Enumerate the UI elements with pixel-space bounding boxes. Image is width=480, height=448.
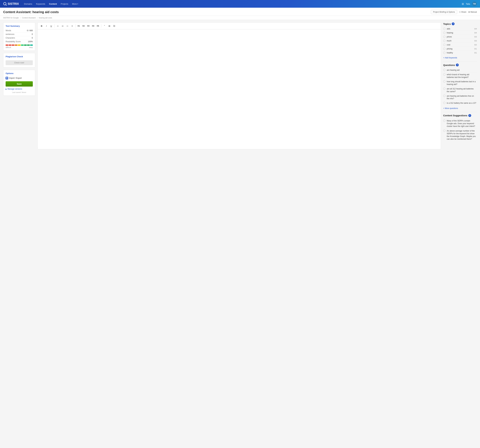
h4-button[interactable]: H4 bbox=[91, 24, 95, 28]
align-justify-button[interactable]: ≡ bbox=[70, 24, 74, 28]
blockquote-button[interactable]: “ bbox=[102, 24, 106, 28]
questions-title: Questions ? bbox=[443, 64, 477, 66]
stat-sentences: sentences 0 bbox=[6, 32, 33, 36]
rb-seg-1 bbox=[6, 44, 8, 46]
topic-hearing-radio[interactable] bbox=[443, 32, 445, 34]
options-title: Options bbox=[6, 72, 33, 75]
grid-icon[interactable]: ⊞ bbox=[462, 2, 464, 6]
question-4: are all 312 hearing aid batteries the sa… bbox=[443, 87, 477, 94]
h5-button[interactable]: H5 bbox=[96, 24, 100, 28]
question-3-radio[interactable] bbox=[443, 80, 445, 83]
save-button[interactable]: Save bbox=[6, 81, 33, 86]
nav-content[interactable]: Content bbox=[49, 2, 57, 6]
editor-toolbar: B I U ⇦ ⇔ ⇨ ≡ H1 H2 H3 H4 H5 “ ▤ ⛓ bbox=[37, 22, 441, 29]
topic-prices: prices 0/3 bbox=[443, 35, 477, 39]
question-1-radio[interactable] bbox=[443, 69, 445, 71]
topic-prices-label: prices bbox=[447, 36, 473, 38]
align-right-button[interactable]: ⇨ bbox=[65, 24, 70, 28]
manage-versions-label: Manage versions bbox=[7, 88, 22, 90]
check-now-button[interactable]: Check now! bbox=[6, 60, 33, 65]
nav-items: Domains Keywords Content Projects More ▾ bbox=[24, 2, 462, 6]
questions-list: are hearing aid which brand of hearing a… bbox=[443, 68, 477, 105]
question-3: how long should batteries last in a hear… bbox=[443, 79, 477, 87]
nav-more[interactable]: More ▾ bbox=[72, 2, 78, 6]
logo-text: SISTRIX bbox=[8, 2, 19, 6]
question-1: are hearing aid bbox=[443, 68, 477, 72]
image-button[interactable]: ▤ bbox=[107, 24, 111, 28]
topic-pricing: pricing 0/1 bbox=[443, 47, 477, 51]
topic-aids-radio[interactable] bbox=[443, 28, 445, 30]
topics-section: Topics ? aids 0/4 hearing 0/4 prices 0/ bbox=[443, 22, 477, 59]
topic-healthy-radio[interactable] bbox=[443, 52, 445, 54]
breadcrumb-current: hearing aid costs bbox=[39, 17, 52, 19]
share-icon: ⬡ bbox=[459, 11, 461, 13]
nav-domains[interactable]: Domains bbox=[24, 2, 33, 6]
nav-projects[interactable]: Projects bbox=[60, 2, 69, 6]
content-suggestions-help-icon[interactable]: ? bbox=[468, 114, 471, 117]
nav-right: ⊞ Talia TW bbox=[462, 1, 477, 6]
topic-pricing-count: 0/1 bbox=[474, 48, 477, 50]
question-5: are hearing aid batteries free on the nh… bbox=[443, 94, 477, 101]
editor-area: B I U ⇦ ⇔ ⇨ ≡ H1 H2 H3 H4 H5 “ ▤ ⛓ bbox=[37, 22, 441, 149]
h3-button[interactable]: H3 bbox=[86, 24, 90, 28]
rb-seg-8 bbox=[27, 44, 30, 46]
topic-cost-radio[interactable] bbox=[443, 44, 445, 46]
add-keywords-button[interactable]: + Add Keywords bbox=[443, 56, 477, 59]
import-export-button[interactable]: Import / Export bbox=[6, 76, 33, 80]
stat-characters: Characters 0 bbox=[6, 36, 33, 40]
plagiarism-card: Plagiarism Check Check now! bbox=[3, 53, 35, 68]
h1-button[interactable]: H1 bbox=[77, 24, 81, 28]
import-export-label: Import / Export bbox=[9, 77, 22, 79]
suggestion-2-text: An above average number of the SERPs for… bbox=[447, 130, 477, 140]
bold-button[interactable]: B bbox=[40, 24, 44, 28]
easy-label: easy bbox=[29, 46, 33, 48]
topic-pricing-radio[interactable] bbox=[443, 48, 445, 50]
breadcrumb-sep-1: › bbox=[20, 17, 21, 19]
manual-button[interactable]: ⊞ Manual bbox=[468, 11, 477, 13]
link-button[interactable]: ⛓ bbox=[112, 24, 116, 28]
svg-rect-2 bbox=[6, 78, 7, 78]
manage-versions-button[interactable]: ▶ Manage versions bbox=[6, 88, 33, 90]
topics-list: aids 0/4 hearing 0/4 prices 0/3 much 0/3 bbox=[443, 27, 477, 55]
nav-keywords[interactable]: Keywords bbox=[36, 2, 45, 6]
question-6-radio[interactable] bbox=[443, 102, 445, 104]
topic-prices-radio[interactable] bbox=[443, 36, 445, 38]
breadcrumb-sistrix[interactable]: SISTRIX for Google bbox=[3, 17, 19, 19]
topic-cost-label: cost bbox=[447, 44, 473, 46]
question-5-radio[interactable] bbox=[443, 95, 445, 97]
topic-cost: cost 0/2 bbox=[443, 43, 477, 47]
underline-button[interactable]: U bbox=[49, 24, 53, 28]
question-1-text: are hearing aid bbox=[447, 69, 459, 71]
more-questions-button[interactable]: + More questions bbox=[443, 107, 477, 110]
h2-button[interactable]: H2 bbox=[81, 24, 86, 28]
left-panel: Text Summary Words 0 / 600 sentences 0 C… bbox=[3, 22, 35, 96]
topic-pricing-label: pricing bbox=[447, 48, 473, 50]
briefing-options-button[interactable]: Project Briefing & Options bbox=[431, 10, 457, 14]
question-6: is a 312 battery the same as a 13? bbox=[443, 101, 477, 105]
suggestion-2-radio[interactable] bbox=[443, 130, 445, 132]
main-layout: Text Summary Words 0 / 600 sentences 0 C… bbox=[0, 20, 480, 152]
difficult-label: difficult bbox=[6, 46, 11, 48]
avatar[interactable]: TW bbox=[472, 1, 477, 6]
italic-button[interactable]: I bbox=[44, 24, 49, 28]
breadcrumb-sep-2: › bbox=[37, 17, 38, 19]
align-center-button[interactable]: ⇔ bbox=[60, 24, 65, 28]
editor-content[interactable] bbox=[37, 29, 441, 149]
topic-cost-count: 0/2 bbox=[474, 44, 477, 46]
options-card: Options Import / Export Save ▶ Manage ve… bbox=[3, 70, 35, 96]
question-2-radio[interactable] bbox=[443, 73, 445, 76]
questions-help-icon[interactable]: ? bbox=[456, 64, 459, 66]
align-left-button[interactable]: ⇦ bbox=[56, 24, 60, 28]
rb-seg-3 bbox=[12, 44, 14, 46]
suggestion-1-radio[interactable] bbox=[443, 120, 445, 122]
suggestions-list: Many of the SERPs contain Google ads. Do… bbox=[443, 119, 477, 142]
logo[interactable]: SISTRIX bbox=[3, 2, 19, 6]
breadcrumb-content-assistant[interactable]: Content Assistant bbox=[22, 17, 36, 19]
topic-much-count: 0/3 bbox=[474, 40, 477, 42]
share-button[interactable]: ⬡ Share bbox=[459, 11, 466, 13]
topic-much-radio[interactable] bbox=[443, 40, 445, 42]
question-4-radio[interactable] bbox=[443, 87, 445, 90]
rb-seg-4 bbox=[15, 44, 17, 46]
rb-seg-7 bbox=[24, 44, 27, 46]
topics-help-icon[interactable]: ? bbox=[452, 22, 455, 25]
